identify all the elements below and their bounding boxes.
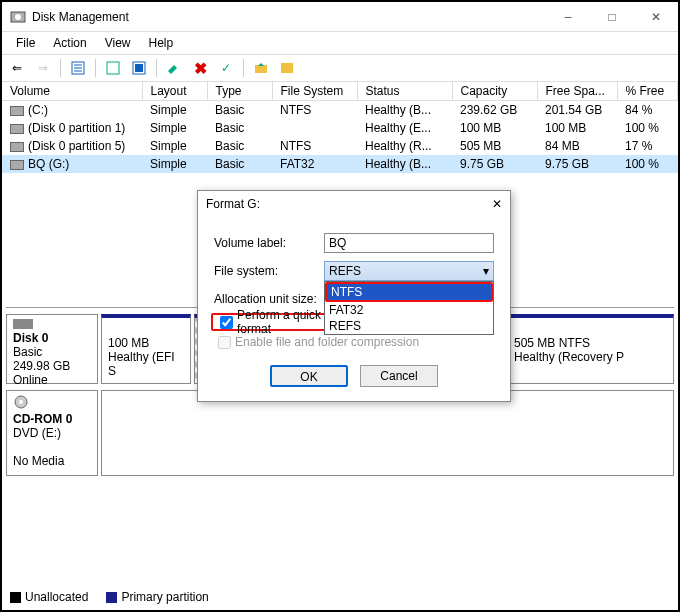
check-icon[interactable]: ✓ [215,57,237,79]
col-type[interactable]: Type [207,82,272,101]
col-volume[interactable]: Volume [2,82,142,101]
filesystem-label: File system: [214,264,324,278]
forward-icon[interactable]: ⇒ [32,57,54,79]
menu-file[interactable]: File [8,34,43,52]
svg-rect-10 [281,63,293,73]
titlebar: Disk Management – □ ✕ [2,2,678,32]
volume-table: Volume Layout Type File System Status Ca… [2,82,678,173]
disk-row: CD-ROM 0 DVD (E:) No Media [6,390,674,476]
minimize-button[interactable]: – [546,3,590,31]
partition[interactable]: 505 MB NTFS Healthy (Recovery P [507,314,674,384]
menu-action[interactable]: Action [45,34,94,52]
folder-up-icon[interactable] [250,57,272,79]
close-button[interactable]: ✕ [634,3,678,31]
menu-view[interactable]: View [97,34,139,52]
table-row[interactable]: (C:) SimpleBasicNTFSHealthy (B...239.62 … [2,101,678,120]
volume-label-input[interactable] [324,233,494,253]
window-title: Disk Management [32,10,546,24]
settings-icon[interactable] [163,57,185,79]
legend: Unallocated Primary partition [10,590,209,604]
toolbar: ⇐ ⇒ ✖ ✓ [2,54,678,82]
option-ntfs[interactable]: NTFS [325,282,493,302]
help-icon[interactable] [276,57,298,79]
format-dialog: Format G: ✕ Volume label: File system: R… [197,190,511,402]
swatch-primary [106,592,117,603]
aus-label: Allocation unit size: [214,292,324,306]
drive-icon [10,142,24,152]
compression-checkbox [218,336,231,349]
col-capacity[interactable]: Capacity [452,82,537,101]
drive-icon [10,160,24,170]
drive-icon [10,106,24,116]
svg-rect-6 [107,62,119,74]
col-fs[interactable]: File System [272,82,357,101]
quick-format-checkbox[interactable] [220,316,233,329]
table-row[interactable]: (Disk 0 partition 1) SimpleBasicHealthy … [2,119,678,137]
drive-icon [10,124,24,134]
menubar: File Action View Help [2,32,678,54]
cancel-button[interactable]: Cancel [360,365,438,387]
option-refs[interactable]: REFS [325,318,493,334]
col-pct[interactable]: % Free [617,82,678,101]
properties-icon[interactable] [128,57,150,79]
table-row[interactable]: (Disk 0 partition 5) SimpleBasicNTFSHeal… [2,137,678,155]
swatch-unallocated [10,592,21,603]
chevron-down-icon: ▾ [483,264,489,278]
col-free[interactable]: Free Spa... [537,82,617,101]
disk-header[interactable]: CD-ROM 0 DVD (E:) No Media [6,390,98,476]
cdrom-icon [13,395,31,409]
menu-help[interactable]: Help [141,34,182,52]
col-status[interactable]: Status [357,82,452,101]
disk-icon [13,319,33,329]
svg-point-12 [19,400,23,404]
svg-point-1 [15,14,21,20]
maximize-button[interactable]: □ [590,3,634,31]
filesystem-dropdown: NTFS FAT32 REFS [324,281,494,335]
delete-icon[interactable]: ✖ [189,57,211,79]
disk-header[interactable]: Disk 0 Basic 249.98 GB Online [6,314,98,384]
refresh-icon[interactable] [102,57,124,79]
svg-rect-8 [135,64,143,72]
view-list-icon[interactable] [67,57,89,79]
filesystem-combo[interactable]: REFS ▾ [324,261,494,281]
disk-mgmt-icon [10,9,26,25]
table-row[interactable]: BQ (G:) SimpleBasicFAT32Healthy (B...9.7… [2,155,678,173]
option-fat32[interactable]: FAT32 [325,302,493,318]
dialog-title: Format G: [206,197,492,211]
col-layout[interactable]: Layout [142,82,207,101]
back-icon[interactable]: ⇐ [6,57,28,79]
partition-empty[interactable] [101,390,674,476]
svg-rect-9 [255,65,267,73]
ok-button[interactable]: OK [270,365,348,387]
compression-label: Enable file and folder compression [235,335,419,349]
partition[interactable]: 100 MB Healthy (EFI S [101,314,191,384]
volume-label-label: Volume label: [214,236,324,250]
dialog-close-icon[interactable]: ✕ [492,197,502,211]
